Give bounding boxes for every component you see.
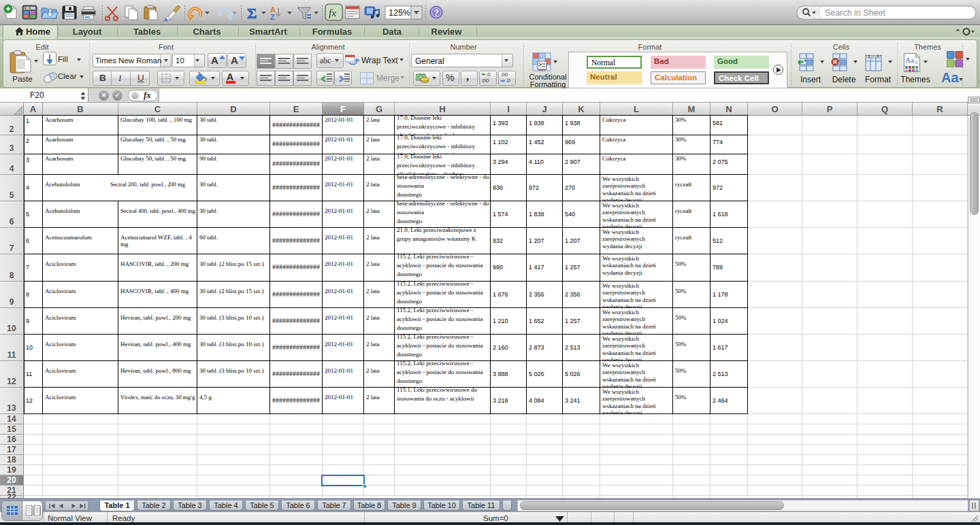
svg-text:Search in Sheet: Search in Sheet [825,8,885,18]
svg-text:fx: fx [329,7,336,18]
svg-text:Aa: Aa [905,56,914,64]
svg-text:?: ? [434,8,439,18]
svg-text:Z: Z [270,13,275,21]
svg-text:125%: 125% [389,8,410,18]
svg-text:Σ: Σ [247,5,257,22]
